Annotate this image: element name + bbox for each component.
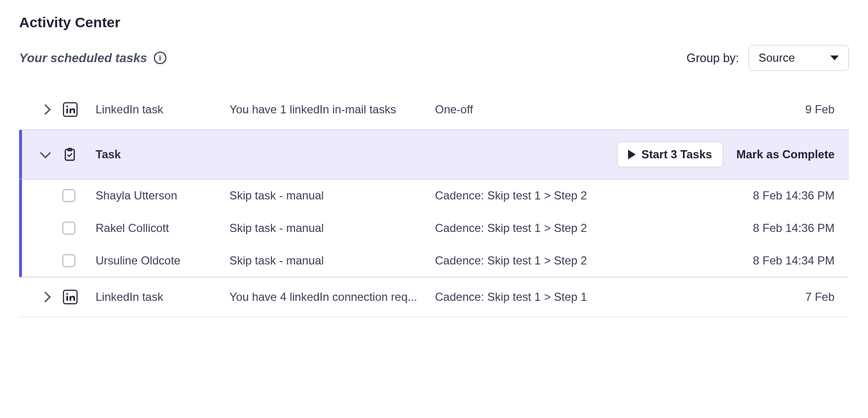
task-person: Rakel Collicott (96, 221, 229, 235)
task-checkbox[interactable] (62, 254, 76, 267)
expand-toggle[interactable] (29, 152, 62, 157)
linkedin-icon (62, 101, 78, 118)
group-type: LinkedIn task (96, 290, 229, 304)
checkbox-cell (62, 221, 96, 235)
start-tasks-label: Start 3 Tasks (641, 148, 712, 161)
chevron-down-icon (830, 55, 839, 60)
svg-rect-7 (66, 296, 68, 301)
task-list: Shayla Utterson Skip task - manual Caden… (19, 179, 849, 277)
task-time: 8 Feb 14:34 PM (739, 254, 835, 267)
task-checkbox[interactable] (62, 189, 76, 202)
chevron-right-icon (40, 104, 51, 115)
group-by-select[interactable]: Source (749, 45, 849, 71)
svg-point-1 (66, 106, 68, 108)
group-row-task[interactable]: Task Start 3 Tasks Mark as Complete (19, 130, 849, 179)
group-cadence: Cadence: Skip test 1 > Step 1 (435, 290, 739, 304)
task-action: Skip task - manual (229, 221, 435, 235)
group-by-value: Source (759, 51, 795, 65)
group-date: 7 Feb (739, 290, 835, 304)
group-actions: Start 3 Tasks Mark as Complete (229, 142, 835, 167)
task-person: Shayla Utterson (96, 189, 229, 202)
group-description: You have 4 linkedIn connection req... (229, 290, 435, 304)
task-action: Skip task - manual (229, 189, 435, 202)
svg-point-6 (66, 293, 68, 295)
clipboard-check-icon (62, 147, 77, 162)
group-icon-cell (62, 147, 96, 162)
info-icon[interactable]: i (154, 52, 166, 64)
group-type: Task (96, 148, 229, 161)
subheader-left: Your scheduled tasks i (19, 51, 166, 66)
task-time: 8 Feb 14:36 PM (739, 189, 835, 202)
task-action: Skip task - manual (229, 254, 435, 267)
play-icon (628, 150, 636, 159)
start-tasks-button[interactable]: Start 3 Tasks (617, 142, 723, 167)
chevron-right-icon (40, 292, 51, 303)
group-row-linkedin-connection[interactable]: LinkedIn task You have 4 linkedIn connec… (19, 277, 849, 317)
task-row[interactable]: Ursuline Oldcote Skip task - manual Cade… (19, 244, 849, 277)
expand-toggle[interactable] (29, 293, 62, 301)
page-title: Activity Center (19, 14, 849, 31)
group-date: 9 Feb (739, 103, 835, 116)
task-row[interactable]: Rakel Collicott Skip task - manual Caden… (19, 212, 849, 244)
subheader: Your scheduled tasks i Group by: Source (19, 45, 849, 71)
group-by-label: Group by: (686, 51, 739, 65)
group-cadence: One-off (435, 103, 739, 116)
task-row[interactable]: Shayla Utterson Skip task - manual Caden… (19, 179, 849, 212)
group-row-linkedin-inmail[interactable]: LinkedIn task You have 1 linkedIn in-mai… (19, 90, 849, 130)
expand-toggle[interactable] (29, 106, 62, 113)
task-cadence: Cadence: Skip test 1 > Step 2 (435, 254, 739, 267)
chevron-down-icon (40, 148, 51, 159)
group-icon-cell (62, 101, 96, 118)
svg-rect-2 (66, 109, 68, 113)
linkedin-icon (62, 289, 78, 305)
checkbox-cell (62, 189, 96, 202)
mark-complete-button[interactable]: Mark as Complete (737, 148, 835, 161)
task-time: 8 Feb 14:36 PM (739, 221, 835, 235)
group-type: LinkedIn task (96, 103, 229, 116)
task-person: Ursuline Oldcote (96, 254, 229, 267)
group-icon-cell (62, 289, 96, 305)
checkbox-cell (62, 254, 96, 267)
task-cadence: Cadence: Skip test 1 > Step 2 (435, 189, 739, 202)
task-cadence: Cadence: Skip test 1 > Step 2 (435, 221, 739, 235)
task-checkbox[interactable] (62, 221, 76, 235)
group-by-control: Group by: Source (686, 45, 849, 71)
subtitle: Your scheduled tasks (19, 51, 147, 66)
group-description: You have 1 linkedIn in-mail tasks (229, 103, 435, 116)
